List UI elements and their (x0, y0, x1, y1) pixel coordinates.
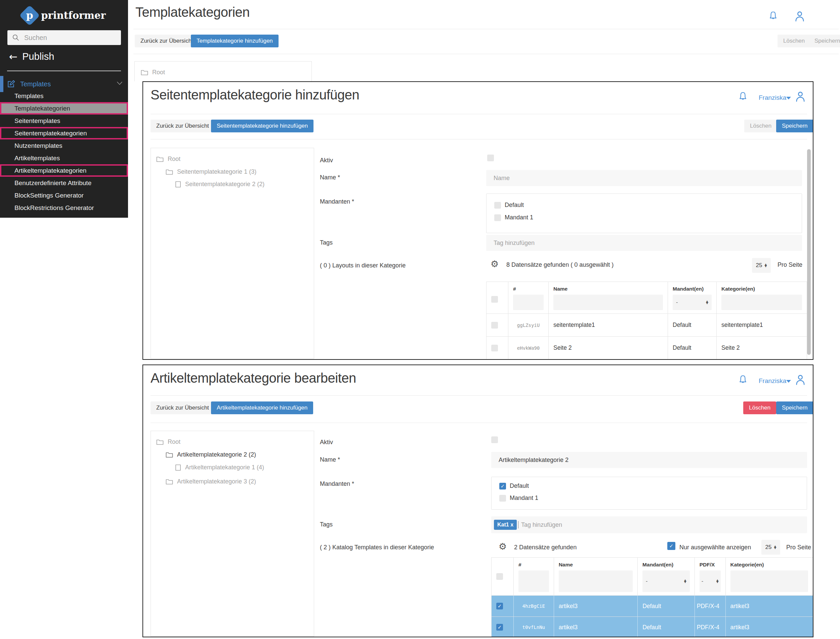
save-button[interactable]: Speichern (776, 402, 813, 414)
mandant-filter-select[interactable]: - ▲▼ (643, 571, 690, 592)
logo-text: printformer (41, 10, 106, 21)
row-checkbox[interactable] (491, 345, 498, 351)
user-name[interactable]: Franziska (759, 377, 786, 385)
user-menu-caret-icon[interactable] (786, 380, 791, 383)
select-arrows-icon: ▲▼ (716, 580, 719, 583)
tree-item-artikeltemplatekategorie-2[interactable]: Artikeltemplatekategorie 2 (2) (165, 451, 256, 458)
sidebar-item-templatekategorien[interactable]: Templatekategorien (0, 102, 128, 114)
back-to-overview-button[interactable]: Zurück zur Übersicht (151, 119, 215, 132)
table-row-selected[interactable]: t0vfLnNu artikel3 Default PDF/X-4 artike… (492, 617, 813, 637)
aktiv-checkbox[interactable] (487, 154, 494, 161)
id-filter-input[interactable] (519, 571, 549, 592)
search-input[interactable] (24, 33, 112, 42)
mandant-option-default[interactable]: Default (499, 482, 529, 490)
delete-button[interactable]: Löschen (743, 402, 776, 414)
mandant-option-default[interactable]: Default (494, 202, 524, 209)
table-row[interactable]: ggLZsyiU seitentemplate1 Default seitent… (487, 313, 807, 336)
tree-item-root[interactable]: Root (141, 69, 165, 76)
mandant-default-checkbox[interactable] (499, 483, 506, 490)
back-to-overview-button[interactable]: Zurück zur Übersicht (135, 35, 199, 48)
back-to-overview-button[interactable]: Zurück zur Übersicht (151, 402, 215, 414)
save-button[interactable]: Speichern (776, 119, 813, 132)
name-input[interactable] (486, 170, 802, 186)
row-checkbox-checked[interactable] (496, 603, 503, 609)
notifications-bell-icon[interactable] (738, 91, 748, 103)
notifications-bell-icon[interactable] (738, 375, 748, 386)
delete-button[interactable]: Löschen (778, 35, 810, 48)
table-row[interactable]: eHvkWa90 Seite 2 Default Seite 2 (487, 336, 807, 359)
sidebar-item-seitentemplatekategorien[interactable]: Seitentemplatekategorien (0, 127, 128, 140)
per-page-select[interactable]: 25 ▲▼ (761, 540, 780, 555)
add-seitentemplatekategorie-button[interactable]: Seitentemplatekategorie hinzufügen (211, 119, 313, 132)
sidebar-group-templates[interactable]: Templates (0, 76, 128, 91)
save-button[interactable]: Speichern (809, 35, 840, 48)
tree-item-artikeltemplatekategorie-3[interactable]: Artikeltemplatekategorie 3 (2) (165, 478, 256, 485)
table-row-selected[interactable]: 4hzBgCiE artikel3 Default PDF/X-4 artike… (492, 595, 813, 617)
sidebar-item-artikeltemplatekategorien[interactable]: Artikeltemplatekategorien (0, 164, 128, 177)
sidebar-item-seitentemplates[interactable]: Seitentemplates (0, 114, 128, 127)
user-account-icon[interactable] (794, 10, 806, 23)
only-selected-checkbox[interactable] (667, 542, 675, 550)
select-arrows-icon: ▲▼ (684, 580, 686, 583)
folder-icon (165, 168, 173, 175)
sidebar-item-blocksettings-generator[interactable]: BlockSettings Generator (0, 189, 128, 202)
add-templatekategorie-button[interactable]: Templatekategorie hinzufügen (191, 35, 278, 48)
add-artikeltemplatekategorie-button[interactable]: Artikeltemplatekategorie hinzufügen (211, 402, 313, 414)
vertical-scrollbar[interactable] (807, 149, 811, 355)
logo[interactable]: p printformer (0, 5, 128, 26)
row-name-cell: artikel3 (554, 617, 638, 637)
mandant-option-mandant1[interactable]: Mandant 1 (499, 494, 538, 502)
sidebar-item-templates[interactable]: Templates (0, 90, 128, 102)
id-filter-input[interactable] (513, 295, 544, 310)
per-page-select[interactable]: 25 ▲▼ (752, 258, 771, 273)
select-all-checkbox[interactable] (491, 296, 498, 303)
user-menu-caret-icon[interactable] (786, 97, 791, 99)
mandant-option-mandant1[interactable]: Mandant 1 (494, 214, 533, 221)
user-name[interactable]: Franziska (759, 94, 786, 102)
select-all-column (492, 558, 514, 595)
logo-monogram: p (26, 10, 33, 21)
mandant1-checkbox[interactable] (499, 495, 506, 502)
kategorie-filter-input[interactable] (721, 295, 802, 310)
tags-input[interactable] (486, 235, 802, 251)
window-title: Seitentemplatekategorie hinzufügen (151, 87, 359, 102)
row-checkbox-checked[interactable] (496, 624, 503, 631)
user-account-icon[interactable] (794, 374, 807, 386)
tree-item-seitentemplatekategorie-2[interactable]: Seitentemplatekategorie 2 (2) (175, 181, 264, 188)
tree-item-root[interactable]: Root (156, 439, 180, 445)
aktiv-label: Aktiv (320, 157, 333, 164)
back-to-publish[interactable]: ← Publish (9, 51, 54, 62)
gear-icon[interactable]: ⚙ (499, 542, 507, 551)
select-all-checkbox[interactable] (496, 573, 503, 580)
mandant-default-checkbox[interactable] (494, 202, 501, 209)
sidebar-item-nutzentemplates[interactable]: Nutzentemplates (0, 140, 128, 152)
sidebar-item-benutzerdefinierte-attribute[interactable]: Benutzerdefinierte Attribute (0, 177, 128, 189)
select-arrows-icon: ▲▼ (774, 545, 776, 549)
notifications-bell-icon[interactable] (768, 11, 778, 22)
header-divider (151, 114, 807, 114)
name-filter-input[interactable] (559, 571, 633, 592)
tag-chip-kat1[interactable]: Kat1 x (494, 520, 517, 530)
aktiv-checkbox[interactable] (491, 436, 498, 443)
mandant1-checkbox[interactable] (494, 215, 501, 221)
tree-item-root[interactable]: Root (156, 156, 180, 163)
pdfx-filter-select[interactable]: - ▲▼ (700, 571, 721, 592)
tree-item-seitentemplatekategorie-1[interactable]: Seitentemplatekategorie 1 (3) (165, 168, 256, 175)
name-input[interactable] (491, 452, 807, 468)
sidebar-item-artikeltemplates[interactable]: Artikeltemplates (0, 152, 128, 164)
name-filter-input[interactable] (554, 295, 663, 310)
kategorie-filter-input[interactable] (730, 571, 808, 592)
sidebar-search[interactable] (7, 30, 121, 45)
edit-square-icon (7, 79, 16, 88)
tags-input[interactable]: Kat1 x Tag hinzufügen (491, 517, 807, 533)
mandant-filter-select[interactable]: - ▲▼ (673, 295, 712, 310)
user-account-icon[interactable] (794, 91, 807, 103)
kategorie-column-header: Kategorie(en) (726, 558, 813, 595)
sidebar-item-blockrestrictions-generator[interactable]: BlockRestrictions Generator (0, 202, 128, 214)
row-checkbox[interactable] (491, 322, 498, 329)
tree-item-artikeltemplatekategorie-1[interactable]: Artikeltemplatekategorie 1 (4) (175, 464, 264, 471)
mandanten-box: Default Mandant 1 (486, 194, 802, 233)
row-mandant-cell: Default (638, 617, 695, 637)
delete-button[interactable]: Löschen (744, 119, 777, 132)
gear-icon[interactable]: ⚙ (490, 259, 499, 269)
